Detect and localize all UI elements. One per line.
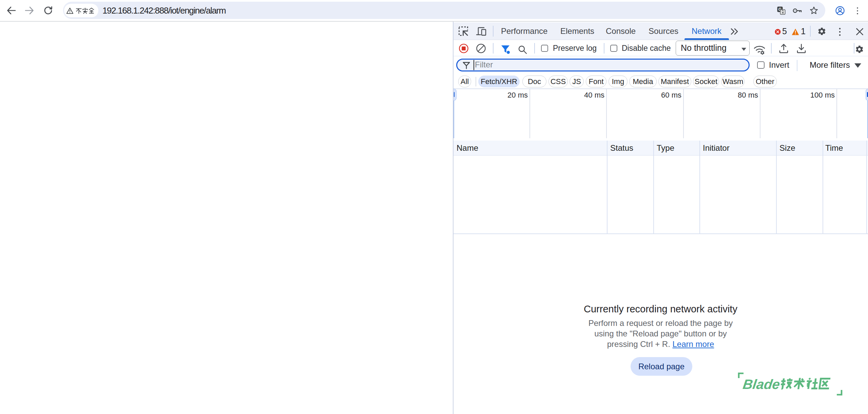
svg-text:Blade: Blade — [742, 377, 781, 392]
